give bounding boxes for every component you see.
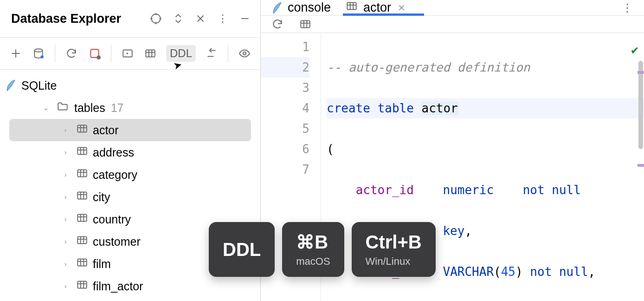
navigate-icon[interactable] xyxy=(204,45,219,62)
svg-rect-43 xyxy=(77,236,87,243)
card-ddl: DDL xyxy=(209,222,275,277)
table-icon xyxy=(76,234,88,249)
table-icon xyxy=(76,190,88,204)
svg-marker-15 xyxy=(127,52,129,54)
svg-point-13 xyxy=(97,55,101,59)
tree-item[interactable]: › address xyxy=(0,141,260,164)
table-icon xyxy=(76,123,88,137)
table-icon xyxy=(76,212,88,227)
chevron-right-icon: › xyxy=(60,282,71,290)
close-tab-icon[interactable]: ✕ xyxy=(398,2,406,13)
ddl-button[interactable]: DDL xyxy=(166,45,196,62)
chevron-right-icon: › xyxy=(60,171,71,178)
tree-item-actor[interactable]: › actor xyxy=(9,119,251,141)
check-icon: ✔ xyxy=(631,39,638,60)
editor-toolbar xyxy=(261,16,644,33)
chevron-right-icon: › xyxy=(60,193,71,201)
shortcut-cards: DDL ⌘B macOS Ctrl+B Win/Linux xyxy=(209,222,436,277)
tables-label: tables xyxy=(74,101,105,115)
db-node[interactable]: SQLite xyxy=(0,74,260,97)
card-mac: ⌘B macOS xyxy=(282,222,344,277)
svg-rect-59 xyxy=(347,2,356,9)
chevron-right-icon: › xyxy=(60,238,71,245)
table-icon xyxy=(346,0,358,15)
table-icon xyxy=(76,167,88,182)
refresh-icon[interactable] xyxy=(64,45,79,62)
card-win: Ctrl+B Win/Linux xyxy=(352,222,436,277)
more-icon[interactable]: ⋮ xyxy=(216,12,230,26)
scrollbar[interactable] xyxy=(638,61,643,149)
target-icon[interactable] xyxy=(149,12,163,26)
table-name: customer xyxy=(93,235,141,249)
table-icon[interactable] xyxy=(143,45,158,62)
panel-title: Database Explorer xyxy=(11,12,141,26)
table-name: film xyxy=(93,257,111,271)
marker-icon xyxy=(638,71,644,74)
expand-collapse-icon[interactable] xyxy=(171,12,185,26)
close-icon[interactable] xyxy=(193,12,207,26)
left-toolbar: DDL xyxy=(0,37,260,70)
table-name: country xyxy=(93,213,131,226)
tree-item[interactable]: › film_actor xyxy=(0,275,260,297)
stop-icon[interactable] xyxy=(87,45,102,62)
svg-point-0 xyxy=(151,14,161,23)
tables-count: 17 xyxy=(111,101,124,115)
table-name: actor xyxy=(93,124,119,137)
table-name: city xyxy=(93,190,110,204)
tree-item[interactable]: › film_category xyxy=(0,297,260,301)
chevron-right-icon: › xyxy=(60,126,71,134)
tab-console[interactable]: console xyxy=(272,0,331,15)
console-icon[interactable] xyxy=(121,45,135,62)
refresh-icon[interactable] xyxy=(269,16,286,33)
table-icon xyxy=(76,145,88,160)
sqlite-icon xyxy=(272,1,282,14)
chevron-right-icon: › xyxy=(60,216,71,223)
svg-rect-63 xyxy=(301,20,310,27)
svg-rect-51 xyxy=(77,281,87,288)
folder-icon xyxy=(57,100,69,115)
tables-node[interactable]: ⌄ tables 17 xyxy=(0,97,260,119)
table-name: category xyxy=(93,168,137,182)
minimize-icon[interactable] xyxy=(238,12,252,26)
db-name: SQLite xyxy=(21,79,57,92)
svg-rect-39 xyxy=(77,214,87,221)
svg-rect-31 xyxy=(77,170,87,177)
marker-icon xyxy=(638,164,644,167)
svg-rect-47 xyxy=(77,259,87,266)
tab-actor[interactable]: actor ✕ xyxy=(346,0,406,15)
svg-rect-35 xyxy=(77,192,87,199)
chevron-down-icon: ⌄ xyxy=(41,104,51,111)
sqlite-icon xyxy=(6,79,16,92)
datasource-properties-icon[interactable] xyxy=(31,45,45,62)
svg-rect-27 xyxy=(77,147,87,154)
svg-rect-16 xyxy=(146,50,155,57)
tabs-more-icon[interactable]: ⋮ xyxy=(622,1,638,14)
view-options-icon[interactable] xyxy=(238,45,252,62)
svg-point-22 xyxy=(243,52,246,55)
svg-point-10 xyxy=(34,49,42,52)
svg-point-11 xyxy=(40,55,44,59)
table-name: address xyxy=(93,146,134,159)
tab-label: console xyxy=(288,0,331,15)
table-icon xyxy=(76,256,88,271)
tree-item[interactable]: › city xyxy=(0,186,260,208)
table-name: film_actor xyxy=(93,280,143,293)
table-icon[interactable] xyxy=(297,16,314,33)
svg-rect-23 xyxy=(77,125,87,132)
tab-label: actor xyxy=(363,0,391,15)
tree-item[interactable]: › category xyxy=(0,164,260,186)
chevron-right-icon: › xyxy=(60,260,71,268)
chevron-right-icon: › xyxy=(60,149,71,156)
add-icon[interactable] xyxy=(8,45,23,62)
table-icon xyxy=(76,279,88,294)
